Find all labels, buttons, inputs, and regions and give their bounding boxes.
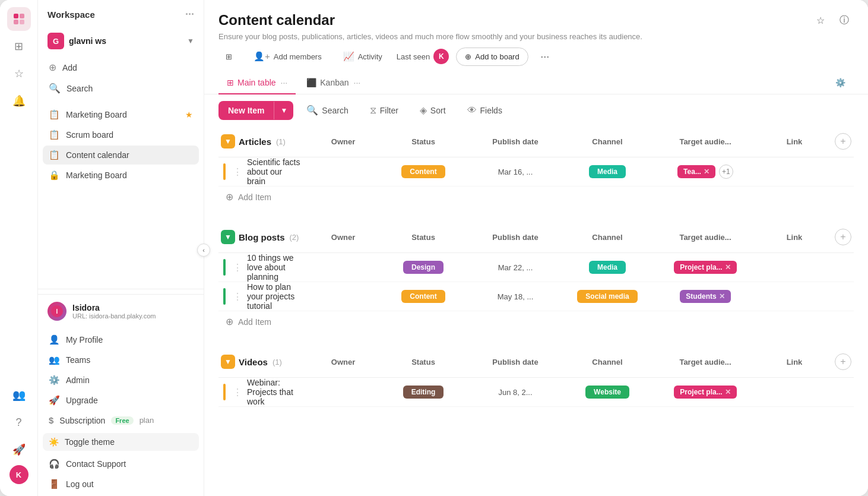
rocket-icon[interactable]: 🚀 [7,438,31,462]
col-channel-blog: Channel [563,233,652,242]
add-column-btn[interactable]: + [835,133,851,150]
admin-item[interactable]: ⚙️ Admin [43,371,199,390]
people-icon[interactable]: 👥 [7,383,31,407]
target-remove-btn[interactable]: ✕ [725,263,731,271]
workspace-chevron-icon[interactable]: ▼ [187,37,194,45]
row-name[interactable]: 10 things we love about planning [242,253,308,282]
search-btn[interactable]: 🔍 Search [298,100,356,120]
bell-icon[interactable]: 🔔 [7,89,31,113]
brand-icon[interactable] [7,7,31,31]
tab-kanban[interactable]: ⬛ Kanban ··· [298,72,369,94]
new-item-btn[interactable]: New Item ▼ [218,101,293,120]
sidebar-workspace[interactable]: G glavni ws ▼ [38,29,204,53]
collapse-sidebar-btn[interactable]: ‹ [197,244,210,257]
row-dots[interactable]: ⋮ [233,291,242,302]
link-cell[interactable] [759,169,830,174]
fields-btn[interactable]: 👁 Fields [459,101,511,120]
workspace-more-btn[interactable]: ··· [185,8,194,21]
status-cell[interactable]: Content [379,288,468,305]
new-item-dropdown-icon[interactable]: ▼ [274,102,293,119]
add-column-btn-videos[interactable]: + [835,353,851,370]
add-action[interactable]: ⊕ Add [43,58,199,77]
svg-rect-1 [20,14,24,18]
target-remove-btn[interactable]: ✕ [719,292,725,301]
status-cell[interactable]: Editing [379,383,468,401]
add-members-btn[interactable]: 👤+ Add members [246,48,329,65]
channel-cell[interactable]: Website [563,383,652,401]
target-cell[interactable]: Project pla... ✕ [652,383,759,401]
help-icon[interactable]: ? [7,410,31,434]
info-btn[interactable]: ⓘ [835,11,854,30]
col-channel-videos: Channel [563,358,652,367]
log-out-label: Log out [66,479,94,489]
target-cell[interactable]: Tea... ✕ +1 [652,162,759,181]
tab-settings-btn[interactable]: ⚙️ [827,72,854,94]
date-cell[interactable]: Jun 8, 2... [468,386,563,399]
articles-count: (1) [276,137,286,146]
my-profile-item[interactable]: 👤 My Profile [43,330,199,349]
add-to-board-icon: ⊕ [465,52,471,61]
activity-btn[interactable]: 📈 Activity [336,48,389,65]
channel-cell[interactable]: Social media [563,288,652,305]
toggle-theme-item[interactable]: ☀️ Toggle theme [43,433,199,451]
target-plus[interactable]: +1 [719,165,733,179]
star-icon[interactable]: ☆ [7,62,31,86]
more-options-btn[interactable]: ··· [536,47,555,66]
link-cell[interactable] [759,265,830,270]
search-action[interactable]: 🔍 Search [43,78,199,98]
table-wrapper: ▼ Articles (1) Owner Status Publish date… [204,126,868,496]
blog-toggle-btn[interactable]: ▼ [221,230,235,244]
owner-cell [308,265,379,270]
filter-btn[interactable]: ⧖ Filter [362,101,407,120]
main-table-more[interactable]: ··· [281,78,288,87]
channel-badge: Media [589,165,626,178]
log-out-item[interactable]: 🚪 Log out [43,475,199,494]
channel-cell[interactable]: Media [563,258,652,276]
user-avatar[interactable]: K [9,465,28,484]
sidebar-item-content-calendar[interactable]: 📋 Content calendar [43,146,199,165]
add-to-board-btn[interactable]: ⊕ Add to board [456,48,528,66]
sort-btn[interactable]: ◈ Sort [411,100,454,120]
grid-icon[interactable]: ⊞ [7,34,31,58]
articles-toggle-btn[interactable]: ▼ [221,134,235,149]
add-item-articles[interactable]: ⊕ Add Item [218,187,854,207]
row-name[interactable]: Scientific facts about our brain [242,157,308,186]
date-cell[interactable]: Mar 22, ... [468,261,563,274]
row-dots[interactable]: ⋮ [233,387,242,398]
star-page-btn[interactable]: ☆ [811,11,830,30]
row-name[interactable]: How to plan your projects tutorial [242,282,308,311]
upgrade-item[interactable]: 🚀 Upgrade [43,391,199,410]
target-cell[interactable]: Project pla... ✕ [652,258,759,276]
status-cell[interactable]: Design [379,258,468,276]
kanban-more[interactable]: ··· [354,78,361,87]
date-cell[interactable]: Mar 16, ... [468,165,563,179]
sidebar-item-marketing-board[interactable]: 📋 Marketing Board ★ [43,105,199,124]
row-dots[interactable]: ⋮ [233,166,242,178]
add-item-blog[interactable]: ⊕ Add Item [218,311,854,332]
col-link-videos: Link [759,358,830,367]
add-column-btn-blog[interactable]: + [835,229,851,245]
target-badge: Project pla... ✕ [674,261,736,274]
status-cell[interactable]: Content [379,163,468,181]
new-item-label[interactable]: New Item [218,101,274,120]
subscription-item[interactable]: $ Subscription Free plan [43,411,199,429]
date-cell[interactable]: May 18, ... [468,290,563,304]
channel-cell[interactable]: Media [563,163,652,181]
articles-group-name: Articles (1) [239,137,286,147]
target-remove-btn[interactable]: ✕ [704,168,709,176]
contact-support-item[interactable]: 🎧 Contact Support [43,454,199,473]
sidebar-item-scrum-board[interactable]: 📋 Scrum board [43,125,199,144]
target-remove-btn[interactable]: ✕ [725,388,731,396]
videos-toggle-btn[interactable]: ▼ [221,355,235,369]
link-cell[interactable] [759,294,830,299]
svg-rect-0 [14,14,18,18]
manage-views-btn[interactable]: ⊞ [218,49,239,65]
row-indicator [223,384,226,400]
teams-item[interactable]: 👥 Teams [43,350,199,369]
tab-main-table[interactable]: ⊞ Main table ··· [218,72,296,94]
row-name[interactable]: Webinar: Projects that work [242,378,308,406]
row-dots[interactable]: ⋮ [233,262,242,273]
sidebar-item-marketing-board2[interactable]: 🔒 Marketing Board [43,166,199,185]
link-cell[interactable] [759,390,830,394]
target-cell[interactable]: Students ✕ [652,288,759,305]
